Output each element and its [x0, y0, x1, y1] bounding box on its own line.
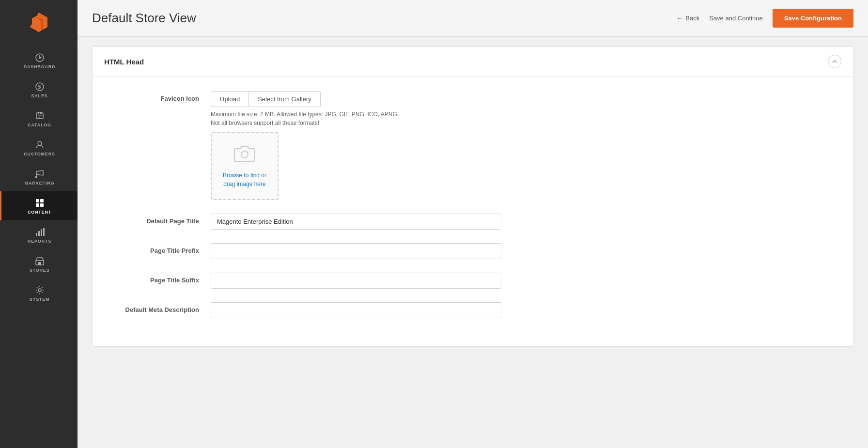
- upload-buttons: Upload Select from Gallery: [211, 91, 841, 107]
- sidebar-logo: [0, 0, 78, 44]
- catalog-icon: [35, 111, 45, 121]
- card-header[interactable]: HTML Head: [93, 47, 853, 77]
- marketing-icon: [35, 169, 45, 179]
- browse-link: Browse to find or drag image here: [223, 171, 266, 188]
- reports-icon: [35, 227, 45, 237]
- default-page-title-input[interactable]: [211, 214, 501, 230]
- sidebar-item-content[interactable]: CONTENT: [0, 191, 78, 220]
- html-head-card: HTML Head Favicon Icon Upload: [92, 46, 853, 347]
- page-title-prefix-control: [211, 243, 841, 259]
- svg-point-16: [38, 141, 42, 145]
- customers-icon: [35, 140, 45, 150]
- svg-rect-27: [43, 228, 45, 236]
- sidebar-nav: DASHBOARD $ SALES: [0, 44, 78, 308]
- svg-rect-12: [38, 112, 39, 114]
- svg-text:$: $: [38, 84, 41, 90]
- svg-rect-13: [40, 112, 42, 114]
- default-meta-desc-label: Default Meta Description: [104, 302, 211, 313]
- sales-icon: $: [35, 82, 45, 92]
- gallery-button[interactable]: Select from Gallery: [248, 91, 321, 107]
- svg-marker-17: [36, 170, 43, 175]
- page-title-suffix-label: Page Title Suffix: [104, 273, 211, 284]
- sidebar-item-label-catalog: CATALOG: [28, 123, 51, 127]
- svg-rect-29: [38, 262, 41, 265]
- svg-rect-23: [40, 203, 44, 207]
- camera-icon: [234, 144, 255, 167]
- svg-rect-21: [40, 199, 44, 202]
- collapse-icon[interactable]: [828, 55, 841, 68]
- default-page-title-label: Default Page Title: [104, 214, 211, 225]
- page-title: Default Store View: [92, 11, 196, 26]
- stores-icon: [35, 256, 45, 266]
- file-hint-1: Maximum file size: 2 MB. Allowed file ty…: [211, 111, 841, 118]
- browse-text-1: Browse to find or: [223, 171, 266, 180]
- page-title-suffix-input[interactable]: [211, 273, 501, 289]
- sidebar-item-reports[interactable]: REPORTS: [0, 220, 78, 249]
- default-page-title-control: [211, 214, 841, 230]
- svg-rect-24: [36, 233, 37, 236]
- favicon-row: Favicon Icon Upload Select from Gallery …: [104, 91, 841, 200]
- page-title-prefix-row: Page Title Prefix: [104, 243, 841, 259]
- default-page-title-row: Default Page Title: [104, 214, 841, 230]
- page-header: Default Store View ← Back Save and Conti…: [78, 0, 868, 37]
- svg-rect-26: [41, 229, 42, 236]
- card-title: HTML Head: [104, 58, 144, 66]
- upload-button[interactable]: Upload: [211, 91, 248, 107]
- sidebar-item-sales[interactable]: $ SALES: [0, 75, 78, 104]
- sidebar-item-stores[interactable]: STORES: [0, 249, 78, 278]
- default-meta-desc-control: [211, 302, 841, 318]
- system-icon: [35, 285, 45, 295]
- sidebar-item-dashboard[interactable]: DASHBOARD: [0, 46, 78, 75]
- page-title-suffix-row: Page Title Suffix: [104, 273, 841, 289]
- sidebar-item-marketing[interactable]: MARKETING: [0, 162, 78, 191]
- sidebar-item-label-customers: CUSTOMERS: [24, 152, 55, 156]
- sidebar-item-label-system: SYSTEM: [30, 297, 50, 302]
- back-arrow-icon: ←: [676, 15, 682, 22]
- sidebar-item-system[interactable]: SYSTEM: [0, 278, 78, 308]
- sidebar-item-label-stores: STORES: [30, 268, 50, 273]
- header-actions: ← Back Save and Continue Save Configurat…: [676, 9, 853, 28]
- svg-rect-22: [36, 203, 39, 207]
- page-title-prefix-label: Page Title Prefix: [104, 243, 211, 254]
- favicon-label: Favicon Icon: [104, 91, 211, 102]
- card-body: Favicon Icon Upload Select from Gallery …: [93, 77, 853, 346]
- back-link[interactable]: ← Back: [676, 15, 699, 22]
- back-label: Back: [685, 15, 699, 22]
- page-title-suffix-control: [211, 273, 841, 289]
- sidebar: DASHBOARD $ SALES: [0, 0, 78, 448]
- sidebar-item-label-dashboard: DASHBOARD: [24, 64, 56, 69]
- svg-point-31: [241, 151, 248, 158]
- content-area: HTML Head Favicon Icon Upload: [78, 37, 868, 448]
- sidebar-item-customers[interactable]: CUSTOMERS: [0, 133, 78, 162]
- dashboard-icon: [35, 53, 45, 62]
- sidebar-item-label-sales: SALES: [31, 93, 47, 98]
- sidebar-item-label-content: CONTENT: [28, 210, 51, 215]
- svg-rect-20: [36, 199, 39, 202]
- favicon-control: Upload Select from Gallery Maximum file …: [211, 91, 841, 200]
- svg-rect-19: [35, 176, 37, 178]
- svg-rect-25: [38, 231, 40, 236]
- file-hint-2: Not all browsers support all these forma…: [211, 120, 841, 126]
- svg-marker-4: [37, 20, 41, 32]
- save-continue-button[interactable]: Save and Continue: [709, 15, 763, 22]
- svg-point-30: [38, 289, 41, 292]
- drop-zone[interactable]: Browse to find or drag image here: [211, 132, 279, 200]
- sidebar-item-label-reports: REPORTS: [28, 239, 51, 244]
- content-icon: [35, 198, 45, 208]
- main-content: Default Store View ← Back Save and Conti…: [78, 0, 868, 448]
- default-meta-desc-row: Default Meta Description: [104, 302, 841, 318]
- sidebar-item-catalog[interactable]: CATALOG: [0, 104, 78, 133]
- save-configuration-button[interactable]: Save Configuration: [773, 9, 853, 28]
- sidebar-item-label-marketing: MARKETING: [25, 181, 55, 185]
- default-meta-desc-input[interactable]: [211, 302, 501, 318]
- browse-text-2: drag image here: [223, 180, 266, 188]
- page-title-prefix-input[interactable]: [211, 243, 501, 259]
